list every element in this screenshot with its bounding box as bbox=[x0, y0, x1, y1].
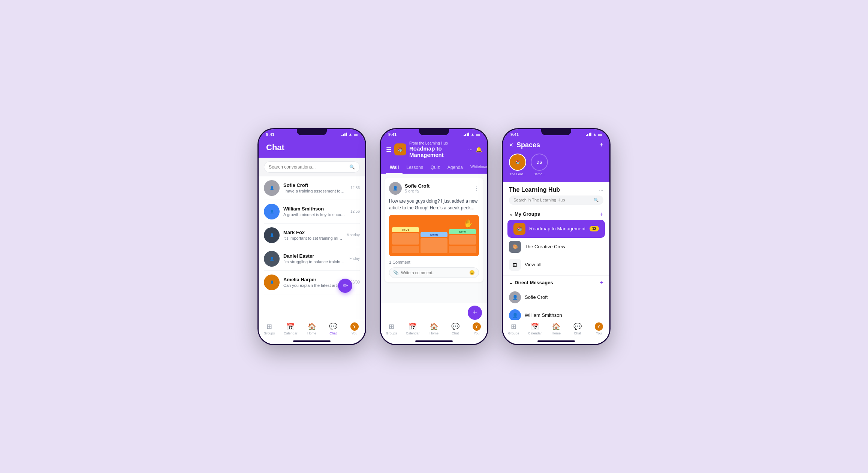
calendar-icon-3: 📅 bbox=[531, 322, 539, 331]
hub-search[interactable]: 🔍 bbox=[509, 195, 603, 205]
post-author-avatar: 👤 bbox=[389, 182, 402, 195]
conv-msg-0: I have a training assessment tomorrow, c… bbox=[283, 189, 347, 193]
group-item-creative[interactable]: 🎨 The Creative Crew bbox=[503, 238, 609, 256]
dm-william[interactable]: 👤 William Smithson bbox=[503, 306, 609, 320]
roadmap-group-avatar: 📚 bbox=[513, 223, 525, 235]
signal-icon-3 bbox=[586, 133, 591, 136]
emoji-icon[interactable]: 😊 bbox=[469, 270, 475, 275]
hand-emoji: ✋ bbox=[463, 219, 473, 228]
menu-icon[interactable]: ☰ bbox=[386, 146, 391, 153]
conv-item-0[interactable]: 👤 Sofie Croft I have a training assessme… bbox=[264, 176, 360, 200]
todo-card: To Do bbox=[392, 227, 419, 232]
calendar-icon: 📅 bbox=[286, 322, 295, 331]
spaces-header-row: ✕ Spaces + bbox=[509, 141, 603, 149]
comment-input-row[interactable]: 📎 😊 bbox=[389, 267, 479, 278]
nav-label-cal-3: Calendar bbox=[528, 331, 542, 335]
nav-label-groups: Groups bbox=[264, 331, 275, 335]
dm-section-header: ⌄ Direct Messages + bbox=[503, 277, 609, 288]
nav-you-1[interactable]: Y You bbox=[344, 322, 365, 335]
phone-chat: 9:41 ▲ ▬ Chat 🔍 bbox=[257, 128, 366, 345]
nav-home-3[interactable]: 🏠 Home bbox=[546, 322, 567, 335]
bottom-nav-3: ⊞ Groups 📅 Calendar 🏠 Home 💬 Chat Y bbox=[503, 320, 609, 339]
search-input[interactable] bbox=[269, 164, 346, 170]
wifi-icon-2: ▲ bbox=[471, 132, 474, 136]
status-time-2: 9:41 bbox=[388, 132, 397, 137]
post-author-info: Sofie Croft 5 ore fa bbox=[405, 183, 471, 193]
group-item-roadmap[interactable]: 📚 Roadmap to Management 12 bbox=[507, 220, 605, 238]
groups-icon: ⊞ bbox=[266, 322, 272, 331]
phone-spaces: 9:41 ▲ ▬ ✕ Spaces + bbox=[502, 128, 611, 345]
compose-fab[interactable]: ✏ bbox=[338, 279, 352, 293]
chevron-down-icon: ⌄ bbox=[509, 211, 513, 217]
post-more-icon[interactable]: ⋮ bbox=[474, 185, 479, 191]
attachment-icon[interactable]: 📎 bbox=[393, 270, 399, 275]
comment-input[interactable] bbox=[401, 270, 467, 275]
signal-icon-2 bbox=[464, 133, 469, 136]
nav-calendar-1[interactable]: 📅 Calendar bbox=[280, 322, 301, 335]
hub-more-icon[interactable]: ··· bbox=[599, 187, 603, 193]
dm-sofie[interactable]: 👤 Sofie Croft bbox=[503, 288, 609, 306]
nav-home-2[interactable]: 🏠 Home bbox=[424, 322, 445, 335]
group-avatar: 📚 bbox=[394, 143, 406, 155]
bell-icon[interactable]: 🔔 bbox=[476, 146, 482, 152]
wall-fab[interactable]: + bbox=[468, 306, 482, 320]
search-icon: 🔍 bbox=[349, 164, 355, 170]
view-all-item[interactable]: ⊞ View all bbox=[503, 256, 609, 274]
nav-label-home: Home bbox=[307, 331, 316, 335]
nav-calendar-2[interactable]: 📅 Calendar bbox=[402, 322, 424, 335]
conv-name-4: Amelia Harper bbox=[283, 277, 347, 282]
tab-wall[interactable]: Wall bbox=[386, 162, 403, 174]
avatar-daniel: 👤 bbox=[264, 251, 280, 267]
post-card: 👤 Sofie Croft 5 ore fa ⋮ How are you guy… bbox=[385, 178, 483, 282]
tab-whiteboard[interactable]: Whiteboard bbox=[467, 162, 487, 174]
add-group-icon[interactable]: + bbox=[600, 211, 603, 218]
tab-lessons[interactable]: Lessons bbox=[403, 162, 427, 174]
space-item-1[interactable]: DS Demo... bbox=[531, 154, 548, 176]
conv-item-2[interactable]: 👤 Mark Fox It's important to set trainin… bbox=[264, 224, 360, 247]
conv-item-3[interactable]: 👤 Daniel Easter I'm struggling to balanc… bbox=[264, 247, 360, 271]
conv-name-0: Sofie Croft bbox=[283, 182, 347, 188]
space-item-0[interactable]: 📚 The Lear... bbox=[509, 154, 526, 176]
search-area: 🔍 bbox=[259, 158, 365, 176]
add-dm-icon[interactable]: + bbox=[600, 279, 603, 286]
nav-chat-3[interactable]: 💬 Chat bbox=[567, 322, 588, 335]
wall-content: 👤 Sofie Croft 5 ore fa ⋮ How are you guy… bbox=[381, 174, 487, 303]
search-box[interactable]: 🔍 bbox=[264, 161, 360, 173]
divider bbox=[503, 275, 609, 276]
group-sub: From the Learning Hub bbox=[409, 141, 465, 145]
notch-1 bbox=[297, 129, 327, 135]
nav-calendar-3[interactable]: 📅 Calendar bbox=[524, 322, 546, 335]
nav-groups-3[interactable]: ⊞ Groups bbox=[503, 322, 524, 335]
status-time-3: 9:41 bbox=[510, 132, 519, 137]
chat-header: Chat bbox=[259, 138, 365, 158]
add-space-icon[interactable]: + bbox=[599, 141, 603, 149]
spaces-avatars: 📚 The Lear... DS Demo... bbox=[509, 154, 603, 178]
nav-groups-1[interactable]: ⊞ Groups bbox=[259, 322, 280, 335]
tab-quiz[interactable]: Quiz bbox=[427, 162, 444, 174]
close-icon[interactable]: ✕ bbox=[509, 142, 513, 148]
dm-name-william: William Smithson bbox=[525, 312, 562, 318]
status-icons-3: ▲ ▬ bbox=[586, 132, 602, 136]
chat-icon-3: 💬 bbox=[573, 322, 582, 331]
nav-home-1[interactable]: 🏠 Home bbox=[301, 322, 323, 335]
nav-label-chat-2: Chat bbox=[452, 331, 459, 335]
conv-msg-1: A growth mindset is key to successful le… bbox=[283, 212, 347, 217]
bottom-nav-1: ⊞ Groups 📅 Calendar 🏠 Home 💬 Chat Y bbox=[259, 320, 365, 339]
nav-groups-2[interactable]: ⊞ Groups bbox=[381, 322, 402, 335]
nav-you-2[interactable]: Y You bbox=[466, 322, 487, 335]
hub-search-input[interactable] bbox=[513, 198, 591, 202]
spaces-header: ✕ Spaces + 📚 The Lear... DS bbox=[503, 138, 609, 182]
bottom-nav-2: ⊞ Groups 📅 Calendar 🏠 Home 💬 Chat Y bbox=[381, 320, 487, 339]
nav-chat-2[interactable]: 💬 Chat bbox=[444, 322, 466, 335]
spaces-title: Spaces bbox=[516, 141, 540, 149]
post-time: 5 ore fa bbox=[405, 189, 471, 193]
nav-label-home-2: Home bbox=[430, 331, 438, 335]
conv-item-1[interactable]: 👤 William Smithson A growth mindset is k… bbox=[264, 200, 360, 224]
more-icon[interactable]: ··· bbox=[468, 146, 473, 152]
kanban-col-todo: To Do bbox=[392, 227, 419, 253]
nav-you-3[interactable]: Y You bbox=[588, 322, 609, 335]
tab-agenda[interactable]: Agenda bbox=[444, 162, 467, 174]
nav-chat-1[interactable]: 💬 Chat bbox=[322, 322, 344, 335]
space-avatar-0: 📚 bbox=[509, 154, 526, 171]
chevron-down-icon-dm: ⌄ bbox=[509, 280, 513, 285]
